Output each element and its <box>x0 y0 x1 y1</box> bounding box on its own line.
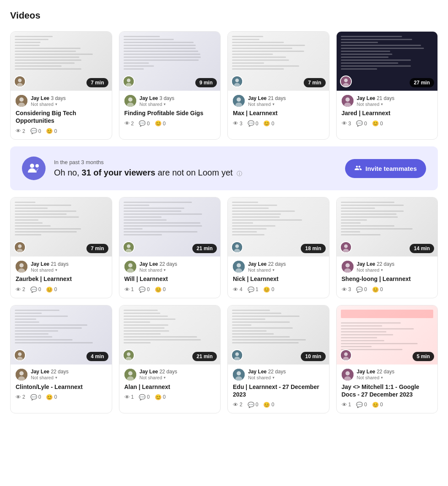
reaction-icon: 😊 <box>263 120 270 127</box>
duration-badge: 21 min <box>192 244 217 253</box>
reaction-icon: 😊 <box>46 128 53 134</box>
eye-icon: 👁 <box>16 394 21 400</box>
shared-status[interactable]: Not shared▾ <box>140 102 175 107</box>
svg-point-48 <box>345 263 350 267</box>
author-name: Jay Lee <box>31 261 49 267</box>
reaction-icon: 😊 <box>263 402 270 408</box>
video-card[interactable]: 27 min Jay Lee 21 daysNot shared▾Jared |… <box>336 31 438 140</box>
chevron-down-icon: ▾ <box>164 102 166 106</box>
video-title: Will | Learnnext <box>124 275 216 283</box>
reactions-stat: 😊 0 <box>46 128 57 134</box>
chevron-down-icon: ▾ <box>273 375 275 380</box>
shared-status[interactable]: Not shared▾ <box>248 267 286 273</box>
shared-status[interactable]: Not shared▾ <box>248 375 286 380</box>
video-card[interactable]: 5 min Jay Lee 22 daysNot shared▾Jay <> M… <box>336 305 438 413</box>
video-card[interactable]: 10 min Jay Lee 22 daysNot shared▾Edu | L… <box>227 305 329 413</box>
reaction-icon: 😊 <box>46 394 53 400</box>
video-title: Alan | Learnnext <box>124 383 216 391</box>
video-stats: 👁 2 💬 0 😊 0 <box>16 394 107 400</box>
video-card[interactable]: 7 min Jay Lee 21 daysNot shared▾Zaurbek … <box>10 197 112 298</box>
video-card[interactable]: 9 min Jay Lee 3 daysNot shared▾Finding P… <box>119 31 221 140</box>
author-days: Jay Lee 3 days <box>31 95 66 101</box>
chevron-down-icon: ▾ <box>164 375 166 380</box>
svg-point-72 <box>345 371 350 375</box>
svg-point-69 <box>344 352 348 356</box>
author-days: Jay Lee 22 days <box>248 261 286 267</box>
video-card[interactable]: 21 min Jay Lee 22 daysNot shared▾Will | … <box>119 197 221 298</box>
shared-status[interactable]: Not shared▾ <box>31 375 68 380</box>
views-stat: 👁 3 <box>342 120 351 127</box>
comments-stat: 💬 0 <box>248 120 259 127</box>
views-stat: 👁 3 <box>233 120 243 127</box>
reaction-icon: 😊 <box>155 286 162 293</box>
reactions-stat: 😊 0 <box>263 286 274 293</box>
shared-status[interactable]: Not shared▾ <box>357 375 394 380</box>
reactions-stat: 😊 0 <box>263 402 274 408</box>
video-title: Clinton/Lyle - Learnnext <box>16 383 107 391</box>
comments-count: 0 <box>364 286 367 292</box>
svg-point-30 <box>19 263 24 267</box>
video-stats: 👁 1 💬 0 😊 0 <box>342 402 433 408</box>
shared-status[interactable]: Not shared▾ <box>357 102 394 107</box>
svg-point-27 <box>18 245 22 248</box>
duration-badge: 27 min <box>410 78 434 87</box>
video-title: Considering Big Tech Opportunities <box>16 109 107 124</box>
duration-badge: 9 min <box>195 78 217 87</box>
shared-status[interactable]: Not shared▾ <box>140 267 177 273</box>
comments-count: 0 <box>147 286 150 292</box>
svg-point-39 <box>235 245 239 248</box>
avatar <box>233 261 245 273</box>
comment-icon: 💬 <box>139 394 146 400</box>
reactions-stat: 😊 0 <box>155 286 166 293</box>
page-title: Videos <box>10 10 438 21</box>
shared-status[interactable]: Not shared▾ <box>31 267 68 273</box>
duration-badge: 21 min <box>192 352 217 361</box>
video-card[interactable]: 14 min Jay Lee 22 daysNot shared▾Sheng-l… <box>336 197 438 298</box>
avatar <box>124 369 136 381</box>
author-days: Jay Lee 21 days <box>357 95 394 101</box>
eye-icon: 👁 <box>16 286 21 293</box>
reactions-stat: 😊 0 <box>263 120 274 127</box>
video-stats: 👁 2 💬 0 😊 0 <box>16 286 107 293</box>
video-card[interactable]: 7 min Jay Lee 3 daysNot shared▾Consideri… <box>10 31 112 140</box>
shared-status[interactable]: Not shared▾ <box>357 267 394 273</box>
svg-point-1 <box>18 78 22 82</box>
video-stats: 👁 3 💬 0 😊 0 <box>342 120 433 127</box>
author-days: Jay Lee 21 days <box>248 95 286 101</box>
video-stats: 👁 2 💬 0 😊 0 <box>16 128 107 134</box>
author-days: Jay Lee 3 days <box>140 95 175 101</box>
invite-icon <box>354 164 362 173</box>
views-stat: 👁 1 <box>124 286 134 293</box>
avatar <box>123 76 135 87</box>
video-stats: 👁 3 💬 0 😊 0 <box>233 120 324 127</box>
avatar <box>342 369 354 381</box>
shared-label: Not shared <box>357 267 380 273</box>
avatar <box>14 76 26 87</box>
banner-avatar-icon <box>22 157 46 180</box>
shared-status[interactable]: Not shared▾ <box>140 375 177 380</box>
shared-label: Not shared <box>140 375 162 380</box>
video-card[interactable]: 7 min Jay Lee 21 daysNot shared▾Max | Le… <box>227 31 329 140</box>
reactions-count: 0 <box>163 286 166 292</box>
shared-status[interactable]: Not shared▾ <box>31 102 66 107</box>
reactions-count: 0 <box>380 286 383 292</box>
author-name: Jay Lee <box>248 95 267 101</box>
svg-point-60 <box>128 371 132 375</box>
comments-count: 1 <box>256 286 259 292</box>
video-card[interactable]: 4 min Jay Lee 22 daysNot shared▾Clinton/… <box>10 305 112 413</box>
invite-teammates-button[interactable]: Invite teammates <box>345 159 426 178</box>
chevron-down-icon: ▾ <box>273 268 275 272</box>
eye-icon: 👁 <box>233 120 238 127</box>
video-title: Nick | Learnnext <box>233 275 324 283</box>
shared-status[interactable]: Not shared▾ <box>248 102 286 107</box>
avatar <box>123 349 135 361</box>
reactions-stat: 😊 0 <box>46 394 57 400</box>
video-card[interactable]: 18 min Jay Lee 22 daysNot shared▾Nick | … <box>227 197 329 298</box>
comments-count: 0 <box>38 286 41 292</box>
video-card[interactable]: 21 min Jay Lee 22 daysNot shared▾Alan | … <box>119 305 221 413</box>
reactions-count: 0 <box>271 286 274 292</box>
video-title: Jared | Learnnext <box>342 109 433 117</box>
svg-point-13 <box>235 78 239 82</box>
comments-stat: 💬 0 <box>248 402 259 408</box>
views-count: 1 <box>348 402 351 408</box>
